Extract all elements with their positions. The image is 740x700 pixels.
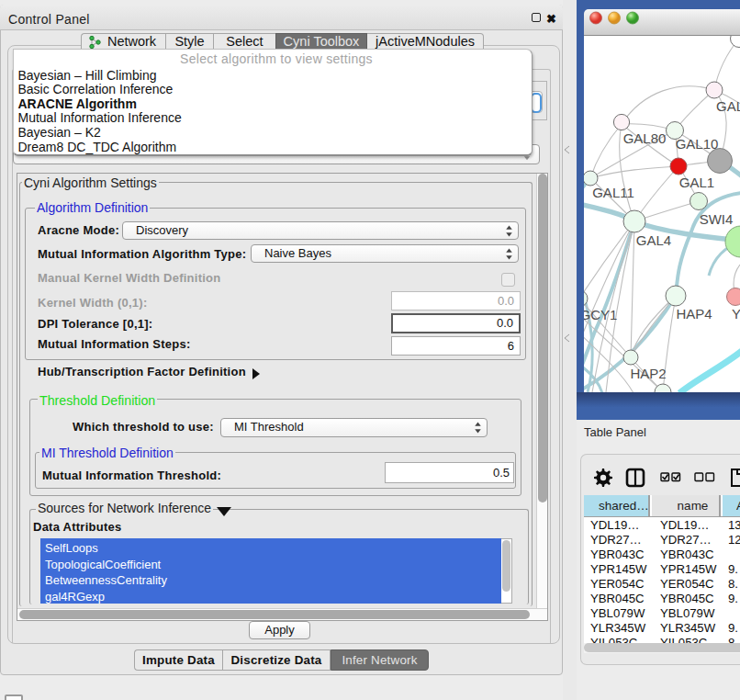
svg-text:GCY1: GCY1 [584, 307, 617, 322]
svg-text:HAP4: HAP4 [676, 306, 712, 322]
svg-text:GAL4: GAL4 [636, 232, 671, 248]
svg-text:Y: Y [732, 306, 740, 322]
svg-text:GAL11: GAL11 [592, 185, 634, 200]
svg-text:HAP2: HAP2 [630, 366, 666, 381]
svg-text:GAL1: GAL1 [679, 175, 714, 190]
svg-text:SWI4: SWI4 [700, 211, 734, 227]
svg-text:GAL80: GAL80 [623, 130, 667, 146]
svg-text:GAL10: GAL10 [676, 136, 719, 152]
svg-text:GAL2: GAL2 [716, 98, 740, 114]
